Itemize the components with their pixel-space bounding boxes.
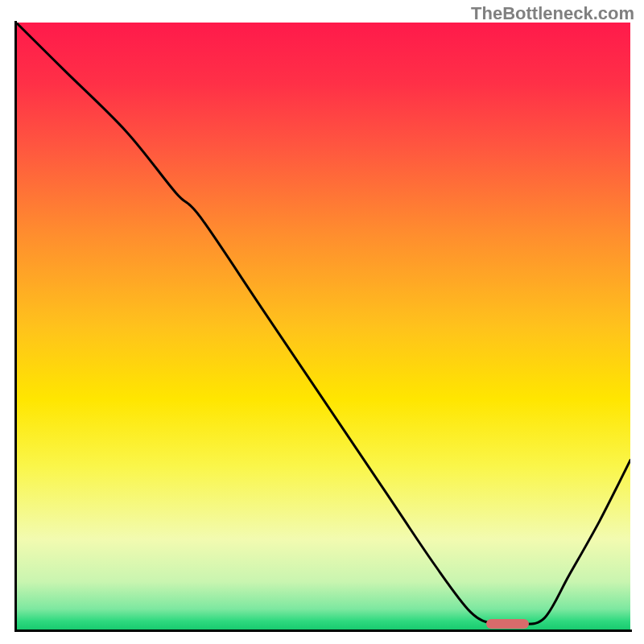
plot-area xyxy=(16,23,630,630)
x-axis xyxy=(14,630,632,632)
y-axis xyxy=(14,21,17,632)
optimal-marker xyxy=(486,619,529,629)
bottleneck-curve xyxy=(16,23,630,630)
chart-container: TheBottleneck.com xyxy=(0,0,644,644)
watermark-label: TheBottleneck.com xyxy=(471,3,634,24)
